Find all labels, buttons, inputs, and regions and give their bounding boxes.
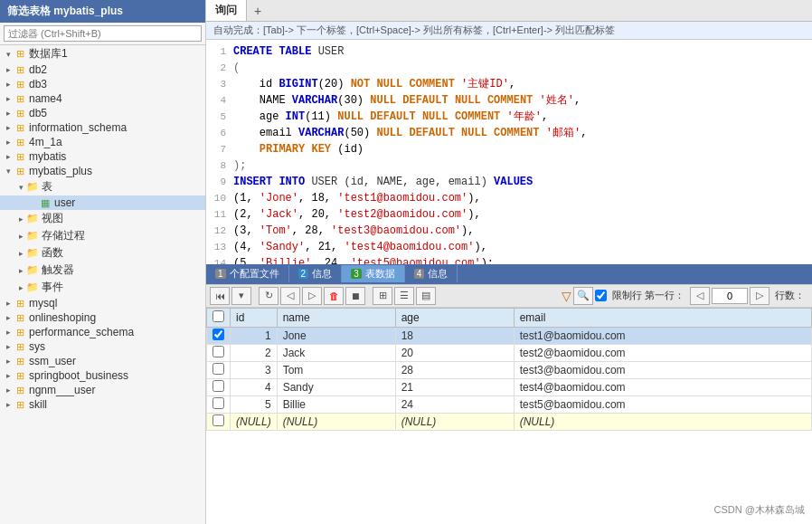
- sidebar-item-db7[interactable]: ▸ ⊞ 4m_1a: [0, 135, 205, 149]
- sidebar-item-db2[interactable]: ▸ ⊞ db2: [0, 62, 205, 77]
- table-header-row: id name age email: [207, 308, 812, 327]
- toolbar-refresh-btn[interactable]: ↻: [259, 287, 279, 305]
- sidebar-item-db13[interactable]: ▸ ⊞ springboot_business: [0, 368, 205, 383]
- col-name-header[interactable]: name: [277, 308, 395, 327]
- line-content: (: [233, 60, 812, 76]
- sidebar-item-tables_folder[interactable]: ▾ 📁 表: [0, 178, 205, 195]
- row-checkbox[interactable]: [212, 329, 224, 340]
- table-row[interactable]: 3 Tom 28 test3@baomidou.com: [207, 361, 812, 378]
- line-number: 1: [206, 43, 233, 60]
- toolbar-delete-btn[interactable]: 🗑: [324, 287, 344, 305]
- sidebar-item-db9[interactable]: ▸ ⊞ onlineshoping: [0, 310, 205, 325]
- table-body: 1 Jone 18 test1@baomidou.com 2 Jack 20 t…: [207, 327, 812, 430]
- tree-item-icon: ⊞: [13, 297, 27, 310]
- sidebar-item-triggers_folder[interactable]: ▸ 📁 触发器: [0, 262, 205, 279]
- toolbar-prev-btn[interactable]: ◁: [280, 287, 300, 305]
- tab-num: 3: [351, 269, 362, 279]
- row-checkbox[interactable]: [212, 397, 224, 409]
- toolbar-first-btn[interactable]: ⏮: [210, 287, 230, 305]
- toolbar-filter-btn[interactable]: 🔍: [573, 287, 593, 305]
- tree-item-icon: ⊞: [13, 78, 27, 91]
- line-number: 13: [206, 239, 233, 255]
- sidebar-item-db12[interactable]: ▸ ⊞ ssm_user: [0, 354, 205, 368]
- tree-item-label: 4m_1a: [27, 136, 205, 148]
- bottom-tab-2[interactable]: 3 表数据: [342, 265, 405, 282]
- code-editor[interactable]: 1CREATE TABLE USER2(3 id BIGINT(20) NOT …: [206, 40, 812, 264]
- sidebar-item-db5[interactable]: ▸ ⊞ db5: [0, 106, 205, 120]
- table-row[interactable]: 1 Jone 18 test1@baomidou.com: [207, 327, 812, 344]
- table-row-null[interactable]: (NULL) (NULL) (NULL) (NULL): [207, 413, 812, 430]
- tree-item-icon: 📁: [25, 264, 40, 277]
- row-checkbox-cell: [207, 344, 231, 361]
- filter-input[interactable]: [4, 25, 202, 42]
- toolbar-next-btn[interactable]: ▷: [302, 287, 322, 305]
- table-row[interactable]: 2 Jack 20 test2@baomidou.com: [207, 344, 812, 361]
- row-checkbox[interactable]: [212, 346, 224, 357]
- sidebar-item-db8[interactable]: ▸ ⊞ mybatis: [0, 149, 205, 164]
- select-all-checkbox[interactable]: [212, 310, 224, 322]
- sidebar-item-db11[interactable]: ▸ ⊞ sys: [0, 339, 205, 354]
- line-content: email VARCHAR(50) NULL DEFAULT NULL COMM…: [233, 125, 812, 141]
- row-checkbox-cell: [207, 395, 231, 413]
- sidebar-item-events_folder[interactable]: ▸ 📁 事件: [0, 279, 205, 296]
- tree-item-label: 触发器: [40, 262, 205, 278]
- tree-item-icon: ⊞: [13, 136, 27, 148]
- tab-query[interactable]: 询问: [206, 0, 247, 21]
- tab-num: 4: [414, 269, 425, 279]
- tab-label: 信息: [312, 267, 332, 281]
- line-number: 10: [206, 190, 233, 206]
- limit-checkbox[interactable]: [595, 290, 607, 301]
- limit-start-input[interactable]: [712, 288, 748, 304]
- tab-query-label: 询问: [215, 3, 237, 18]
- next-page-btn[interactable]: ▷: [750, 287, 770, 305]
- row-checkbox[interactable]: [212, 380, 224, 392]
- cell-name: Tom: [277, 361, 395, 378]
- bottom-tab-0[interactable]: 1 个配置文件: [206, 265, 289, 282]
- row-checkbox[interactable]: [212, 363, 224, 375]
- code-line-13: 13(4, 'Sandy', 21, 'test4@baomidou.com')…: [206, 239, 812, 255]
- cell-id: 1: [231, 327, 278, 344]
- sidebar-item-mysql_db[interactable]: ▸ ⊞ mysql: [0, 296, 205, 310]
- tab-add-button[interactable]: +: [247, 0, 269, 21]
- line-content: CREATE TABLE USER: [233, 43, 812, 60]
- line-number: 6: [206, 125, 233, 141]
- expand-icon: ▾: [16, 183, 25, 192]
- sidebar-item-funcs_folder[interactable]: ▸ 📁 函数: [0, 244, 205, 262]
- toolbar-list-btn[interactable]: ☰: [394, 287, 414, 305]
- bottom-tab-3[interactable]: 4 信息: [405, 265, 458, 282]
- sidebar-item-db1[interactable]: ▾ ⊞ 数据库1: [0, 45, 205, 62]
- sidebar-item-mybatis_plus[interactable]: ▾ ⊞ mybatis_plus: [0, 164, 205, 178]
- col-age-header[interactable]: age: [395, 308, 514, 327]
- bottom-tab-1[interactable]: 2 信息: [289, 265, 343, 282]
- sidebar-item-db10[interactable]: ▸ ⊞ performance_schema: [0, 325, 205, 339]
- col-check-header[interactable]: [207, 308, 231, 327]
- expand-icon: ▸: [16, 214, 25, 224]
- sidebar-item-procs_folder[interactable]: ▸ 📁 存储过程: [0, 227, 205, 244]
- col-id-header[interactable]: id: [231, 308, 278, 327]
- table-row[interactable]: 5 Billie 24 test5@baomidou.com: [207, 395, 812, 413]
- sidebar-item-db3[interactable]: ▸ ⊞ db3: [0, 77, 205, 91]
- sidebar-item-db15[interactable]: ▸ ⊞ skill: [0, 397, 205, 412]
- table-row[interactable]: 4 Sandy 21 test4@baomidou.com: [207, 378, 812, 395]
- line-content: (1, 'Jone', 18, 'test1@baomidou.com'),: [233, 190, 812, 206]
- line-content: (3, 'Tom', 28, 'test3@baomidou.com'),: [233, 223, 812, 239]
- code-line-8: 8);: [206, 157, 812, 174]
- row-checkbox-cell: [207, 327, 231, 344]
- toolbar-grid-btn[interactable]: ⊞: [373, 287, 392, 305]
- sidebar-item-db4[interactable]: ▸ ⊞ name4: [0, 91, 205, 106]
- toolbar-dropdown-btn[interactable]: ▾: [231, 287, 251, 305]
- sidebar-item-db6[interactable]: ▸ ⊞ information_schema: [0, 120, 205, 135]
- toolbar-stop-btn[interactable]: ⏹: [345, 287, 365, 305]
- bottom-toolbar: ⏮ ▾ ↻ ◁ ▷ 🗑 ⏹ ⊞ ☰ ▤ ▽ 🔍 限制行 第一行： ◁ ▷ 行数：: [206, 284, 812, 308]
- cell-name: Jone: [277, 327, 395, 344]
- sidebar-item-views_folder[interactable]: ▸ 📁 视图: [0, 210, 205, 227]
- col-email-header[interactable]: email: [514, 308, 811, 327]
- sidebar-item-user_table[interactable]: ▦ user: [0, 195, 205, 210]
- sidebar-item-db14[interactable]: ▸ ⊞ ngnm___user: [0, 383, 205, 397]
- watermark: CSDN @木林森岛城: [714, 503, 805, 517]
- null-row-check: [207, 413, 231, 430]
- toolbar-form-btn[interactable]: ▤: [416, 287, 436, 305]
- prev-page-btn[interactable]: ◁: [690, 287, 710, 305]
- null-row-checkbox[interactable]: [212, 414, 224, 426]
- cell-age: 20: [395, 344, 514, 361]
